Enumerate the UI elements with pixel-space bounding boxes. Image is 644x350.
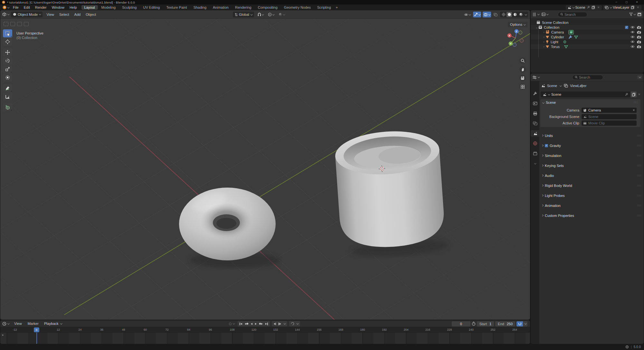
tab-collection[interactable] xyxy=(531,150,539,157)
timeline-tracks[interactable] xyxy=(0,333,530,344)
mode-dropdown[interactable]: Object Mode xyxy=(11,12,43,17)
select-mode-subtract-icon[interactable] xyxy=(17,22,22,26)
drag-handle-icon[interactable]: ∷∷ xyxy=(637,134,641,137)
unlink-scene-button[interactable]: ✕ xyxy=(597,6,601,9)
tab-view-layer[interactable] xyxy=(531,120,539,127)
tool-rotate[interactable] xyxy=(3,57,12,65)
drag-handle-icon[interactable]: ∷∷ xyxy=(637,154,641,157)
scene-panel-header[interactable]: Scene ∷∷ xyxy=(540,99,640,106)
expander-closed-icon[interactable] xyxy=(541,134,544,137)
workspace-tab-animation[interactable]: Animation xyxy=(210,5,232,10)
pan-hand-button[interactable] xyxy=(519,66,526,73)
checkbox-icon[interactable]: ✓ xyxy=(625,26,628,29)
drag-handle-icon[interactable]: ∷∷ xyxy=(637,194,641,197)
breadcrumb-scene[interactable]: Scene xyxy=(547,84,557,88)
xray-toggle[interactable] xyxy=(493,12,498,17)
expander-closed-icon[interactable] xyxy=(541,214,544,217)
expander-closed-icon[interactable] xyxy=(541,164,544,167)
jump-to-start-button[interactable] xyxy=(238,321,243,326)
panel-header[interactable]: Custom Properties∷∷ xyxy=(539,212,644,219)
expander-closed-icon[interactable]: › xyxy=(542,35,545,39)
play-button[interactable] xyxy=(254,321,258,326)
jump-to-end-button[interactable] xyxy=(264,321,269,326)
pin-icon[interactable] xyxy=(580,84,583,88)
panel-header[interactable]: Simulation∷∷ xyxy=(539,152,644,159)
render-visibility-icon[interactable] xyxy=(637,45,641,48)
tab-scene[interactable] xyxy=(531,130,539,137)
outliner-row-cylinder[interactable]: ›Cylinder xyxy=(531,34,644,39)
end-frame-field[interactable]: End250 xyxy=(495,321,515,326)
play-reverse-button[interactable] xyxy=(250,321,254,326)
select-mode-new-icon[interactable] xyxy=(4,22,8,26)
shading-solid-button[interactable] xyxy=(507,12,512,17)
expander-closed-icon[interactable] xyxy=(541,154,544,157)
panel-animation[interactable]: Animation∷∷ xyxy=(539,202,644,209)
minimize-button[interactable]: ─ xyxy=(611,0,621,5)
current-frame-indicator[interactable]: 0 xyxy=(34,327,39,332)
tool-add-primitive[interactable] xyxy=(3,103,12,111)
menu-window[interactable]: Window xyxy=(49,5,67,9)
menu-marker[interactable]: Marker xyxy=(25,322,41,326)
background-scene-field[interactable]: Scene xyxy=(582,114,637,119)
tool-select-box[interactable] xyxy=(3,29,12,37)
menu-add[interactable]: Add xyxy=(72,13,83,16)
properties-editor-type-button[interactable] xyxy=(532,75,539,79)
active-clip-field[interactable]: Movie Clip xyxy=(582,121,637,126)
menu-object[interactable]: Object xyxy=(83,13,99,16)
outliner-filter-dropdown[interactable] xyxy=(629,13,635,16)
panel-gravity[interactable]: ✓Gravity∷∷ xyxy=(539,142,644,149)
ortho-toggle-button[interactable] xyxy=(519,83,526,90)
maximize-button[interactable]: ▢ xyxy=(621,0,632,5)
workspace-tab-layout[interactable]: Layout xyxy=(81,5,98,10)
pin-icon[interactable] xyxy=(625,93,628,96)
options-dropdown[interactable]: Options xyxy=(508,22,527,27)
outliner-editor-type-button[interactable] xyxy=(532,13,539,16)
prev-keyframe-button[interactable] xyxy=(243,321,250,326)
proportional-editing-toggle[interactable] xyxy=(267,12,275,17)
panel-audio[interactable]: Audio∷∷ xyxy=(539,172,644,179)
drag-handle-icon[interactable]: ∷∷ xyxy=(637,204,641,207)
tab-render[interactable] xyxy=(531,100,539,107)
expander-closed-icon[interactable]: › xyxy=(542,40,545,44)
remove-viewlayer-button[interactable]: ✕ xyxy=(636,6,640,9)
camera-view-button[interactable] xyxy=(519,75,526,81)
tab-tool[interactable] xyxy=(531,90,539,97)
workspace-tab-scripting[interactable]: Scripting xyxy=(314,5,334,10)
blender-menu-button[interactable] xyxy=(1,5,10,9)
menu-select[interactable]: Select xyxy=(57,13,72,16)
timeline-ruler[interactable]: 0 -1212243648607284961081201321441561681… xyxy=(0,327,530,333)
expander-closed-icon[interactable]: › xyxy=(542,31,545,34)
shading-material-button[interactable] xyxy=(512,12,518,17)
transform-orientation-dropdown[interactable]: Global xyxy=(233,12,254,17)
eye-icon[interactable] xyxy=(630,45,635,48)
current-frame-field[interactable]: 0 xyxy=(452,321,470,326)
panel-custom-properties[interactable]: Custom Properties∷∷ xyxy=(539,212,644,219)
shading-wireframe-button[interactable] xyxy=(501,12,506,17)
tool-move[interactable] xyxy=(3,48,12,56)
pin-icon[interactable] xyxy=(587,6,590,9)
outliner-row-torus[interactable]: ›Torus xyxy=(531,44,644,49)
panel-header[interactable]: Audio∷∷ xyxy=(539,172,644,179)
clear-camera-button[interactable]: ✕ xyxy=(632,109,635,112)
eye-icon[interactable] xyxy=(630,31,635,34)
tabs-overflow-chevron[interactable] xyxy=(531,160,539,167)
workspace-tab-modeling[interactable]: Modeling xyxy=(99,5,119,10)
delete-scene-button[interactable]: ✕ xyxy=(637,93,641,96)
expander-closed-icon[interactable] xyxy=(541,194,544,197)
viewport-canvas[interactable]: User Perspective (0) Collection Options xyxy=(0,19,530,320)
panel-header[interactable]: Keying Sets∷∷ xyxy=(539,162,644,169)
select-mode-intersect-icon[interactable] xyxy=(24,22,29,26)
proportional-falloff-dropdown[interactable] xyxy=(278,12,286,17)
expander-closed-icon[interactable] xyxy=(541,144,544,147)
drag-handle-icon[interactable]: ∷∷ xyxy=(637,174,641,177)
playhead-line[interactable] xyxy=(36,333,37,344)
panel-checkbox[interactable]: ✓ xyxy=(545,144,548,147)
camera-field[interactable]: Camera ✕ xyxy=(582,108,637,113)
panel-units[interactable]: Units∷∷ xyxy=(539,132,644,139)
editor-type-button[interactable] xyxy=(2,12,9,16)
menu-help[interactable]: Help xyxy=(67,5,80,9)
show-gizmo-toggle[interactable] xyxy=(473,12,481,17)
snap-toggle[interactable] xyxy=(257,12,264,17)
tool-scale[interactable] xyxy=(3,65,12,73)
prev-frame-button[interactable] xyxy=(272,321,278,326)
